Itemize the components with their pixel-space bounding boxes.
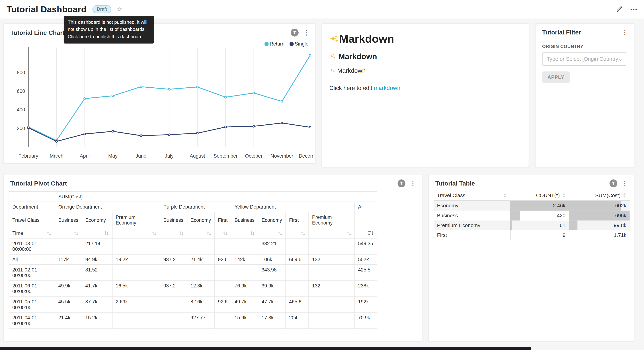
pivot-cell: 15.2k: [82, 313, 112, 328]
svg-text:800: 800: [17, 70, 25, 75]
kebab-menu-icon[interactable]: ⋮: [303, 30, 309, 36]
pivot-dept-header: All: [355, 202, 377, 212]
sort-icon[interactable]: [179, 231, 184, 236]
column-header-sum-cost[interactable]: SUM(Cost): [569, 190, 630, 200]
filter-indicator-icon[interactable]: [398, 179, 406, 187]
sort-icon[interactable]: [47, 231, 51, 236]
apply-button[interactable]: APPLY: [542, 72, 570, 83]
pivot-cell: 549.35: [355, 238, 377, 254]
pivot-cell: 192k: [355, 297, 377, 313]
pivot-cell: 94.9k: [82, 254, 112, 265]
sort-icon[interactable]: [503, 193, 507, 198]
pivot-sort-cell[interactable]: [355, 228, 377, 238]
table-row: Economy2.46k602k: [434, 200, 630, 210]
pivot-class-header: Business: [55, 212, 82, 228]
pivot-cell: 238k: [355, 280, 377, 296]
svg-text:June: June: [136, 153, 146, 159]
pivot-sort-cell[interactable]: [55, 228, 82, 238]
sort-icon[interactable]: [74, 231, 78, 236]
pivot-sort-cell[interactable]: [82, 228, 112, 238]
table-cell-travel-class: First: [434, 230, 510, 240]
pivot-sort-cell[interactable]: [258, 228, 286, 238]
sort-icon[interactable]: [223, 231, 228, 236]
filter-field-label: ORIGIN COUNTRY: [542, 44, 627, 49]
edit-dashboard-icon[interactable]: [616, 6, 622, 13]
pivot-cell: 45.5k: [55, 297, 82, 313]
table-cell-sum-cost: 1.71k: [569, 230, 630, 240]
sort-icon[interactable]: [562, 193, 566, 198]
sort-icon[interactable]: [300, 231, 305, 236]
pivot-data-row: 2011-02-01 00:00:0081.52343.98425.5: [9, 264, 376, 280]
pivot-sort-cell[interactable]: [308, 228, 355, 238]
pivot-cell: 2.69k: [112, 297, 160, 313]
svg-text:December: December: [299, 153, 314, 159]
svg-text:September: September: [214, 153, 238, 159]
column-header-count[interactable]: COUNT(*): [510, 190, 569, 200]
pivot-dept-header: Orange Department: [55, 202, 160, 212]
pivot-sort-row: Time: [9, 228, 376, 238]
pivot-sort-cell[interactable]: [286, 228, 308, 238]
pivot-cell: 49.7k: [231, 297, 258, 313]
sort-icon[interactable]: [104, 231, 109, 236]
pivot-cell: 70.9k: [355, 313, 377, 328]
pivot-cell: 502k: [355, 254, 377, 265]
pivot-cell: 343.98: [258, 264, 286, 280]
pivot-class-header: Economy: [82, 212, 112, 228]
sort-icon[interactable]: [346, 231, 351, 236]
table-cell-travel-class: Economy: [434, 200, 510, 210]
pivot-cell: 669.6: [286, 254, 308, 265]
pivot-cell: [308, 264, 355, 280]
card-title: Tutorial Table: [436, 180, 475, 187]
svg-text:October: October: [245, 153, 262, 159]
pivot-row-label: 2011-04-01 00:00:00: [9, 313, 55, 328]
data-table: Travel ClassCOUNT(*)SUM(Cost) Economy2.4…: [434, 190, 630, 240]
markdown-heading-text: Markdown: [339, 33, 394, 46]
sort-icon[interactable]: [278, 231, 282, 236]
filter-card: Tutorial Filter ⋮ ORIGIN COUNTRY Type or…: [535, 24, 634, 167]
card-icons: ⋮: [291, 29, 309, 36]
pivot-cell: 81.52: [82, 264, 112, 280]
page-title: Tutorial Dashboard: [6, 4, 86, 14]
filter-indicator-icon[interactable]: [610, 179, 617, 187]
svg-text:March: March: [50, 153, 63, 159]
chevron-down-icon: [618, 55, 623, 63]
kebab-menu-icon[interactable]: ⋮: [410, 180, 416, 186]
dashboard-page: Tutorial Dashboard Draft ☆ This dashboar…: [0, 0, 644, 350]
origin-country-select[interactable]: Type or Select [Origin Country]: [542, 52, 627, 66]
pivot-cell: 37.7k: [82, 297, 112, 313]
column-header-travel-class[interactable]: Travel Class: [434, 190, 510, 200]
pivot-sort-cell[interactable]: [160, 228, 187, 238]
pivot-table: SUM(Cost)DepartmentOrange DepartmentPurp…: [9, 191, 377, 329]
pivot-cell: [286, 280, 308, 296]
pivot-sort-cell[interactable]: [214, 228, 231, 238]
sort-icon[interactable]: [622, 193, 626, 198]
pivot-cell: 47.7k: [258, 297, 286, 313]
more-options-icon[interactable]: [630, 8, 638, 10]
pivot-time-header[interactable]: Time: [9, 228, 55, 238]
favorite-star-icon[interactable]: ☆: [117, 5, 123, 13]
card-title: Tutorial Line Chart: [10, 29, 64, 36]
pivot-sort-cell[interactable]: [187, 228, 214, 238]
sort-desc-icon[interactable]: [368, 231, 373, 236]
markdown-edit-link[interactable]: markdown: [374, 84, 400, 91]
sort-icon[interactable]: [250, 231, 254, 236]
pivot-cell: [55, 238, 82, 254]
select-placeholder: Type or Select [Origin Country]: [546, 56, 618, 62]
markdown-edit-text: Click here to edit: [330, 84, 374, 91]
sort-icon[interactable]: [152, 231, 156, 236]
pivot-sort-cell[interactable]: [112, 228, 160, 238]
kebab-menu-icon[interactable]: ⋮: [622, 180, 628, 186]
pivot-sort-cell[interactable]: [231, 228, 258, 238]
pivot-cell: [187, 264, 214, 280]
pivot-cell: 937.2: [160, 280, 187, 296]
svg-text:August: August: [190, 153, 205, 159]
sort-icon[interactable]: [206, 231, 211, 236]
draft-badge[interactable]: Draft: [92, 6, 112, 13]
kebab-menu-icon[interactable]: ⋮: [622, 29, 628, 35]
value-bar: [510, 220, 512, 230]
pivot-dept-header: Purple Department: [160, 202, 231, 212]
pivot-cell: [308, 238, 355, 254]
pivot-cell: 142k: [231, 254, 258, 265]
sparkles-icon: [330, 34, 339, 44]
filter-indicator-icon[interactable]: [291, 29, 298, 36]
